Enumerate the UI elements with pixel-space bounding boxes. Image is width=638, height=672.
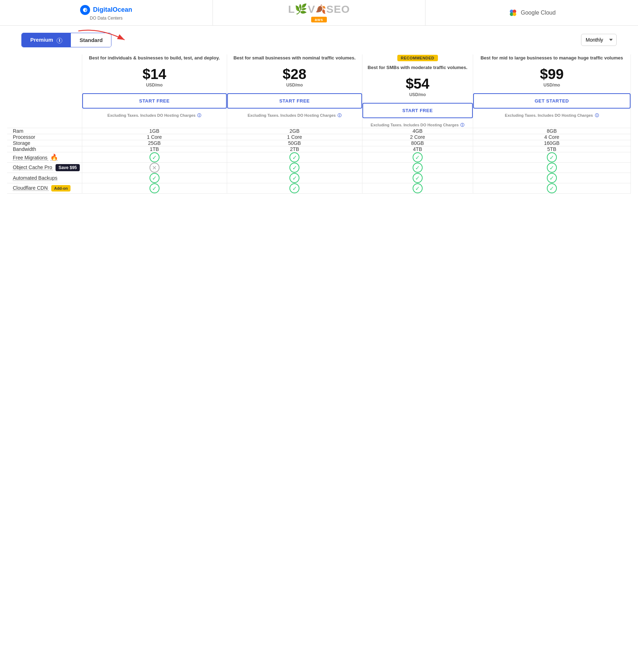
ram-basic: 2GB xyxy=(227,128,362,134)
bandwidth-label: Bandwidth xyxy=(7,146,82,152)
info-circle-basic: ⓘ xyxy=(338,113,341,117)
backups-smb: ✓ xyxy=(362,173,473,183)
backups-basic: ✓ xyxy=(227,173,362,183)
processor-enterprise: 4 Core xyxy=(473,134,631,140)
plan-btn-basic[interactable]: START FREE xyxy=(227,93,362,109)
plan-header-enterprise: Best for mid to large businesses to mana… xyxy=(473,54,631,128)
plan-period-smb: USD/mo xyxy=(362,92,473,97)
middle-logo-section: L 🌿 V 🍂 SEO aws xyxy=(213,0,426,25)
migrations-smb: ✓ xyxy=(362,152,473,163)
plan-period-starter: USD/mo xyxy=(82,83,227,88)
addon-badge: Add-on xyxy=(51,185,70,191)
save-badge: Save $95 xyxy=(56,164,79,171)
ram-enterprise: 8GB xyxy=(473,128,631,134)
flame-icon: 🔥 xyxy=(50,154,58,161)
storage-enterprise: 160GB xyxy=(473,140,631,146)
premium-info-icon: ℹ xyxy=(57,38,62,43)
arrow-indicator xyxy=(71,27,135,50)
cdn-smb: ✓ xyxy=(362,183,473,194)
bandwidth-smb: 4TB xyxy=(362,146,473,152)
plan-price-smb: $54 xyxy=(362,77,473,91)
ram-starter: 1GB xyxy=(82,128,227,134)
cache-starter: ✕ xyxy=(82,163,227,173)
check-cdn-enterprise: ✓ xyxy=(547,183,557,193)
ram-row: Ram 1GB 2GB 4GB 8GB xyxy=(7,128,631,134)
plan-btn-enterprise[interactable]: GET STARTED xyxy=(473,93,631,109)
plan-note-basic: Excluding Taxes. Includes DO Hosting Cha… xyxy=(227,113,362,118)
check-cache-enterprise: ✓ xyxy=(547,163,557,173)
storage-row: Storage 25GB 50GB 80GB 160GB xyxy=(7,140,631,146)
plan-btn-starter[interactable]: START FREE xyxy=(82,93,227,109)
plan-note-starter: Excluding Taxes. Includes DO Hosting Cha… xyxy=(82,113,227,118)
processor-row: Processor 1 Core 1 Core 2 Core 4 Core xyxy=(7,134,631,140)
object-cache-pro-label: Object Cache Pro Save $95 xyxy=(7,163,82,173)
do-circle-icon xyxy=(80,5,90,15)
check-migrations-enterprise: ✓ xyxy=(547,152,557,162)
backups-starter: ✓ xyxy=(82,173,227,183)
google-cloud-section: Google Cloud xyxy=(425,0,638,25)
storage-starter: 25GB xyxy=(82,140,227,146)
migrations-enterprise: ✓ xyxy=(473,152,631,163)
check-migrations-starter: ✓ xyxy=(150,152,160,162)
processor-basic: 1 Core xyxy=(227,134,362,140)
header: DigitalOcean DO Data Centers L 🌿 V 🍂 SEO… xyxy=(0,0,638,26)
loseo-logo: L 🌿 V 🍂 SEO xyxy=(288,3,350,15)
bandwidth-basic: 2TB xyxy=(227,146,362,152)
plan-note-enterprise: Excluding Taxes. Includes DO Hosting Cha… xyxy=(473,113,631,118)
plan-price-basic: $28 xyxy=(227,67,362,81)
google-cloud-logo: Google Cloud xyxy=(508,8,556,18)
bandwidth-row: Bandwidth 1TB 2TB 4TB 5TB xyxy=(7,146,631,152)
plan-desc-smb: Best for SMBs with moderate traffic volu… xyxy=(362,64,473,71)
plan-desc-basic: Best for small businesses with nominal t… xyxy=(227,54,362,62)
aws-badge: aws xyxy=(311,17,327,22)
controls-row: Premium ℹ Standard Monthly Annually xyxy=(0,26,638,54)
plan-note-smb: Excluding Taxes. Includes DO Hosting Cha… xyxy=(362,122,473,128)
processor-label: Processor xyxy=(7,134,82,140)
plan-price-enterprise: $99 xyxy=(473,67,631,81)
free-migrations-row: Free Migrations 🔥 ✓ ✓ ✓ ✓ xyxy=(7,152,631,163)
ram-smb: 4GB xyxy=(362,128,473,134)
migrations-basic: ✓ xyxy=(227,152,362,163)
processor-smb: 2 Core xyxy=(362,134,473,140)
check-migrations-basic: ✓ xyxy=(289,152,299,162)
cache-enterprise: ✓ xyxy=(473,163,631,173)
migrations-starter: ✓ xyxy=(82,152,227,163)
cloudflare-cdn-row: Cloudflare CDN Add-on ✓ ✓ ✓ ✓ xyxy=(7,183,631,194)
bandwidth-enterprise: 5TB xyxy=(473,146,631,152)
check-backups-basic: ✓ xyxy=(289,173,299,183)
info-circle-starter: ⓘ xyxy=(197,113,201,117)
cache-basic: ✓ xyxy=(227,163,362,173)
storage-smb: 80GB xyxy=(362,140,473,146)
info-circle-enterprise: ⓘ xyxy=(595,113,599,117)
ram-label: Ram xyxy=(7,128,82,134)
plan-btn-smb[interactable]: START FREE xyxy=(362,103,473,118)
backups-enterprise: ✓ xyxy=(473,173,631,183)
plan-desc-starter: Best for individuals & businesses to bui… xyxy=(82,54,227,62)
info-circle-smb: ⓘ xyxy=(460,123,464,127)
free-migrations-label: Free Migrations 🔥 xyxy=(7,152,82,163)
check-backups-starter: ✓ xyxy=(150,173,160,183)
check-cache-basic: ✓ xyxy=(289,163,299,173)
premium-tab[interactable]: Premium ℹ xyxy=(22,33,71,47)
cloudflare-cdn-label: Cloudflare CDN Add-on xyxy=(7,183,82,194)
object-cache-pro-row: Object Cache Pro Save $95 ✕ ✓ ✓ ✓ xyxy=(7,163,631,173)
plan-period-basic: USD/mo xyxy=(227,83,362,88)
storage-label: Storage xyxy=(7,140,82,146)
check-cdn-basic: ✓ xyxy=(289,183,299,193)
pricing-wrapper: Best for individuals & businesses to bui… xyxy=(0,54,638,208)
billing-period-select[interactable]: Monthly Annually xyxy=(581,34,617,46)
cross-cache-starter: ✕ xyxy=(150,163,160,173)
check-cdn-starter: ✓ xyxy=(150,183,160,193)
plan-period-enterprise: USD/mo xyxy=(473,83,631,88)
automated-backups-label: Automated Backups xyxy=(7,173,82,183)
recommended-badge: RECOMMENDED xyxy=(397,55,438,61)
plan-header-starter: Best for individuals & businesses to bui… xyxy=(82,54,227,128)
digitalocean-logo: DigitalOcean DO Data Centers xyxy=(80,5,132,21)
cdn-enterprise: ✓ xyxy=(473,183,631,194)
bandwidth-starter: 1TB xyxy=(82,146,227,152)
check-backups-enterprise: ✓ xyxy=(547,173,557,183)
google-cloud-name: Google Cloud xyxy=(521,10,556,16)
check-backups-smb: ✓ xyxy=(413,173,423,183)
digitalocean-subtitle: DO Data Centers xyxy=(90,16,122,21)
digitalocean-name: DigitalOcean xyxy=(93,6,132,14)
